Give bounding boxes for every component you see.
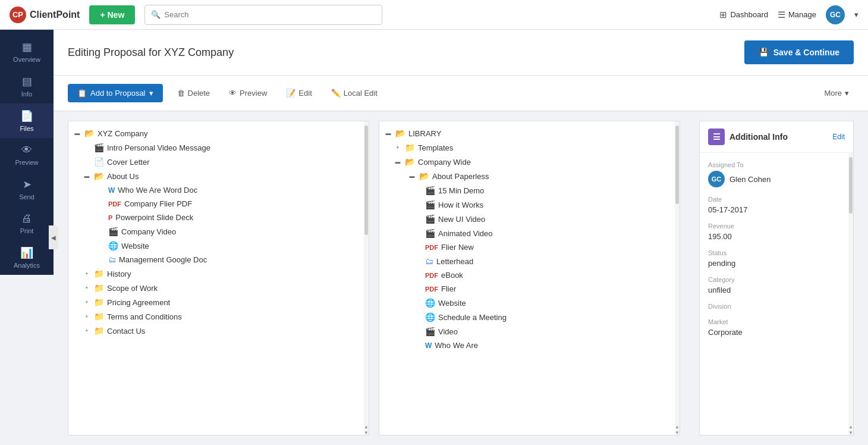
folder-icon: 📁 [94,269,104,278]
nav-right: ⊞ Dashboard ☰ Manage GC ▾ [719,5,858,24]
toggle-icon[interactable]: + [83,327,91,335]
list-item[interactable]: + 📁 Templates [379,140,675,155]
list-item[interactable]: 🌐 Schedule a Meeting [379,310,675,324]
toggle-icon[interactable]: ▬ [408,172,416,180]
tree-library-root[interactable]: ▬ 📂 LIBRARY [379,126,675,140]
folder-icon: 📂 [419,171,429,181]
list-item[interactable]: + 📁 Pricing Agreement [68,295,364,309]
user-avatar[interactable]: GC [826,5,845,24]
toggle-icon[interactable]: ▬ [384,129,392,137]
manage-button[interactable]: ☰ Manage [778,10,816,20]
left-tree-scroll[interactable]: ▬ 📂 XYZ Company 🎬 Intro Personal Video M… [68,121,364,435]
toggle-icon[interactable]: + [83,284,91,292]
sidebar-item-info[interactable]: ▤ Info [0,69,54,104]
scroll-up-icon[interactable]: ▲ [364,424,369,430]
sidebar-collapse-btn[interactable]: ◀ [49,225,58,249]
folder-icon: 📂 [84,129,95,138]
scroll-up-icon[interactable]: ▲ [848,424,853,430]
list-item[interactable]: 🗂 Letterhead [379,254,675,268]
list-item[interactable]: 🎬 15 Min Demo [379,183,675,198]
toggle-icon[interactable]: + [83,298,91,306]
list-item[interactable]: 🎬 Company Video [68,224,364,239]
scroll-down-icon[interactable]: ▼ [675,430,680,435]
save-continue-button[interactable]: 💾 Save & Continue [744,40,854,64]
list-item[interactable]: + 📁 Terms and Conditions [68,309,364,324]
sidebar-item-print[interactable]: 🖨 Print [0,206,54,240]
more-button[interactable]: More ▾ [819,86,854,100]
toggle-icon[interactable]: + [83,312,91,321]
list-item[interactable]: P Powerpoint Slide Deck [68,211,364,224]
item-label: Who We Are [435,341,478,350]
scroll-down-icon[interactable]: ▼ [848,430,853,435]
sidebar-item-send[interactable]: ➤ Send [0,172,54,206]
toggle-icon[interactable]: + [394,143,402,152]
sidebar-item-analytics[interactable]: 📊 Analytics [0,240,54,275]
list-item[interactable]: + 📁 Contact Us [68,324,364,338]
library-tree-scroll[interactable]: ▬ 📂 LIBRARY + 📁 Templates ▬ 📂 Com [379,121,675,435]
division-section: Division [708,303,840,310]
folder-icon: 📂 [405,157,415,167]
toggle-icon[interactable]: ▬ [83,172,91,180]
new-button[interactable]: + New [89,5,135,24]
additional-info-edit-link[interactable]: Edit [832,133,845,141]
status-value: pending [708,259,840,268]
list-item[interactable]: W Who We Are Word Doc [68,183,364,197]
list-item[interactable]: PDF Flier New [379,240,675,254]
toggle-icon[interactable]: ▬ [73,129,81,137]
list-item[interactable]: 🎬 Video [379,324,675,339]
list-item[interactable]: 🎬 New UI Video [379,212,675,226]
video-file-icon: 🎬 [94,143,104,152]
sidebar-wrapper: ▦ Overview ▤ Info 📄 Files 👁 Preview ➤ Se… [0,30,54,445]
market-value: Corporate [708,328,840,337]
item-label: Powerpoint Slide Deck [115,213,193,222]
sidebar-item-files[interactable]: 📄 Files [0,104,54,138]
list-item[interactable]: PDF eBook [379,268,675,282]
folder-icon: 📁 [94,312,104,321]
revenue-value: 195.00 [708,232,840,241]
scroll-down-icon[interactable]: ▼ [364,430,369,435]
list-item[interactable]: ▬ 📂 Company Wide [379,155,675,169]
scroll-up-icon[interactable]: ▲ [675,424,680,430]
preview-button[interactable]: 👁 Preview [224,86,272,100]
sidebar-item-preview[interactable]: 👁 Preview [0,138,54,172]
list-item[interactable]: ▬ 📂 About Paperless [379,169,675,183]
list-item[interactable]: + 📁 History [68,267,364,281]
sidebar-item-overview[interactable]: ▦ Overview [0,35,54,69]
sidebar: ▦ Overview ▤ Info 📄 Files 👁 Preview ➤ Se… [0,30,54,275]
list-item[interactable]: + 📁 Scope of Work [68,281,364,295]
add-to-proposal-button[interactable]: 📋 Add to Proposal ▾ [68,84,163,102]
user-dropdown-arrow[interactable]: ▾ [854,10,858,19]
list-item[interactable]: 🎬 How it Works [379,198,675,212]
list-item[interactable]: 🎬 Animated Video [379,226,675,240]
toggle-icon[interactable]: ▬ [394,158,402,166]
item-label: eBook [441,271,463,280]
list-item[interactable]: 📄 Cover Letter [68,155,364,169]
list-item[interactable]: W Who We Are [379,339,675,352]
right-panel-scrollbar[interactable]: ▲ ▼ [848,153,853,435]
list-item[interactable]: PDF Flier [379,282,675,296]
eye-icon: 👁 [229,89,237,98]
additional-info-icon: ☰ [708,129,725,145]
search-input[interactable] [164,10,376,19]
tree-root-xyz[interactable]: ▬ 📂 XYZ Company [68,126,364,140]
revenue-section: Revenue 195.00 [708,223,840,241]
list-item[interactable]: ▬ 📂 About Us [68,169,364,183]
edit-button[interactable]: 📝 Edit [281,86,316,100]
additional-info-header: ☰ Additional Info Edit [700,121,853,153]
local-edit-button[interactable]: ✏️ Local Edit [326,86,382,100]
item-label: Pricing Agreement [107,298,170,307]
delete-button[interactable]: 🗑 Delete [172,86,215,100]
left-scrollbar[interactable]: ▲ ▼ [364,121,369,435]
list-item[interactable]: 🗂 Management Google Doc [68,253,364,267]
list-item[interactable]: 🎬 Intro Personal Video Message [68,140,364,155]
list-item[interactable]: 🌐 Website [68,239,364,253]
list-item[interactable]: PDF Company Flier PDF [68,197,364,211]
toggle-icon[interactable]: + [83,269,91,278]
add-btn-label: Add to Proposal [90,89,146,98]
list-item[interactable]: 🌐 Website [379,296,675,310]
assigned-to-label: Assigned To [708,161,840,168]
library-scrollbar[interactable]: ▲ ▼ [675,121,680,435]
dashboard-button[interactable]: ⊞ Dashboard [719,10,768,20]
edit-label: Edit [298,89,312,98]
search-icon: 🔍 [151,10,161,19]
